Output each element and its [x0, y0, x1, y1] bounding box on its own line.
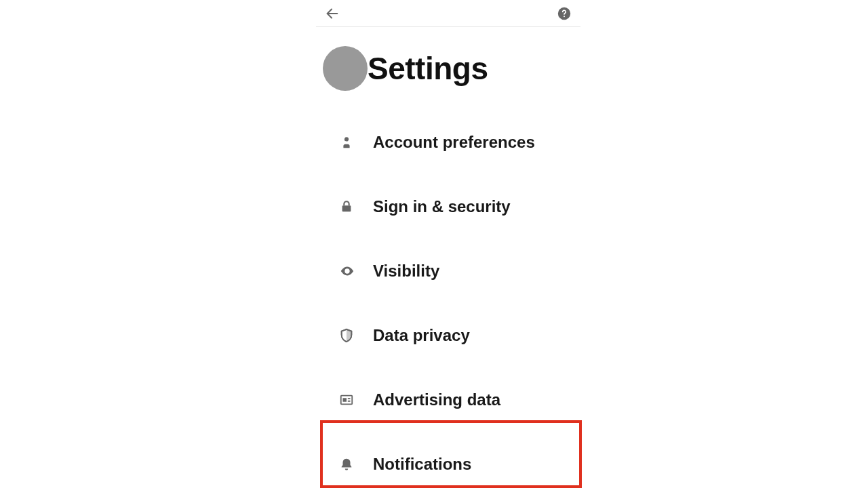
newspaper-icon: [339, 392, 373, 407]
svg-point-3: [344, 137, 349, 141]
top-bar: [316, 0, 580, 27]
bell-icon: [339, 457, 373, 472]
menu-item-sign-in-security[interactable]: Sign in & security: [320, 174, 576, 239]
svg-rect-4: [342, 205, 351, 211]
lock-icon: [339, 199, 373, 214]
page-title: Settings: [368, 50, 488, 87]
menu-item-label: Sign in & security: [373, 197, 511, 216]
menu-item-label: Data privacy: [373, 326, 470, 345]
menu-item-notifications[interactable]: Notifications: [320, 432, 576, 488]
menu-item-label: Visibility: [373, 262, 439, 281]
menu-item-label: Account preferences: [373, 133, 535, 152]
title-row: Settings: [316, 27, 580, 102]
avatar[interactable]: [323, 46, 368, 91]
menu-item-visibility[interactable]: Visibility: [320, 239, 576, 303]
shield-icon: [339, 327, 373, 344]
settings-menu: Account preferences Sign in & security V…: [316, 102, 580, 488]
svg-point-2: [564, 16, 565, 17]
menu-item-account-preferences[interactable]: Account preferences: [320, 110, 576, 174]
menu-item-label: Advertising data: [373, 390, 500, 409]
settings-panel: Settings Account preferences Sign in & s…: [316, 0, 580, 488]
help-button[interactable]: [555, 4, 574, 23]
menu-item-advertising-data[interactable]: Advertising data: [320, 367, 576, 432]
eye-icon: [339, 264, 373, 279]
help-icon: [557, 7, 571, 20]
menu-item-label: Notifications: [373, 455, 471, 474]
svg-rect-7: [343, 398, 347, 402]
back-button[interactable]: [323, 4, 342, 23]
menu-item-data-privacy[interactable]: Data privacy: [320, 303, 576, 367]
svg-point-5: [346, 270, 349, 272]
person-icon: [339, 135, 373, 150]
arrow-left-icon: [325, 6, 340, 21]
